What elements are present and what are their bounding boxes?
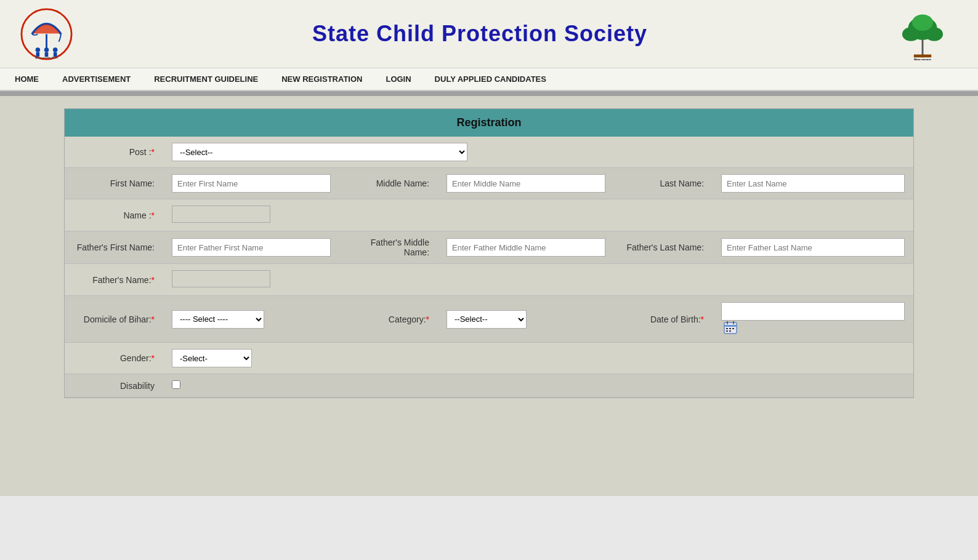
disability-row: Disability [65,374,913,398]
svg-point-13 [912,14,933,30]
name-row: Name :* [65,199,913,231]
category-select[interactable]: --Select-- [447,310,527,329]
svg-point-4 [44,47,49,52]
svg-rect-23 [732,328,734,329]
logo-right: बिहार सरकार समाज कल्याण विभाग [886,6,960,62]
nav-login[interactable]: LOGIN [383,73,413,85]
site-title: State Child Protection Society [74,21,886,47]
middle-name-input[interactable] [447,174,605,193]
father-last-name-cell [713,231,913,264]
domicile-label: Domicile of Bihar:* [65,296,163,343]
father-last-name-label: Father's Last Name: [614,231,713,264]
post-label: Post :* [65,137,163,168]
nav-advertisement[interactable]: ADVERTISEMENT [60,73,133,85]
logo-right-image: बिहार सरकार समाज कल्याण विभाग [889,8,956,60]
name-display-cell [163,199,913,231]
dob-input[interactable] [721,302,905,321]
page-header: समाज कल्याण विभाग State Child Protection… [0,0,978,68]
name-display-field [172,206,270,223]
disability-cell [163,374,913,398]
first-name-label: First Name: [65,168,163,199]
dob-cell [713,296,913,343]
father-name-row: Father's Name:* [65,264,913,296]
logo-left: समाज कल्याण विभाग [18,6,74,62]
name-label: Name :* [65,199,163,231]
gender-cell: -Select- [163,343,913,374]
nav-home[interactable]: HOME [12,73,41,85]
name-required-star: * [152,210,155,220]
name-parts-row: First Name: Middle Name: Last Name: [65,168,913,199]
form-header: Registration [65,109,913,137]
last-name-cell [713,168,913,199]
first-name-cell [163,168,339,199]
nav-duly-applied[interactable]: DULY APPLIED CANDIDATES [432,73,549,85]
middle-name-cell [438,168,614,199]
post-required-star: * [152,147,155,157]
svg-rect-21 [726,328,728,329]
father-name-required-star: * [152,275,155,285]
domicile-required-star: * [152,314,155,324]
gender-label: Gender:* [65,343,163,374]
domicile-cell: ---- Select ---- [163,296,339,343]
navigation: HOME ADVERTISEMENT RECRUITMENT GUIDELINE… [0,68,978,91]
calendar-icon[interactable] [724,321,737,336]
father-name-display-cell [163,264,913,296]
father-first-name-input[interactable] [172,238,331,257]
svg-rect-14 [914,54,931,57]
category-label: Category:* [339,296,438,343]
last-name-input[interactable] [721,174,905,193]
svg-point-6 [52,47,57,52]
father-last-name-input[interactable] [721,238,905,257]
form-title: Registration [456,116,521,129]
first-name-input[interactable] [172,174,331,193]
post-row: Post :* --Select-- [65,137,913,168]
svg-rect-25 [729,330,731,332]
svg-rect-18 [724,325,737,327]
category-required-star: * [426,314,429,324]
domicile-category-dob-row: Domicile of Bihar:* ---- Select ---- Cat… [65,296,913,343]
father-name-display-field [172,270,270,287]
domicile-select[interactable]: ---- Select ---- [172,310,264,329]
post-cell: --Select-- [163,137,913,168]
gender-select[interactable]: -Select- [172,349,252,367]
disability-checkbox[interactable] [172,380,180,389]
svg-text:समाज कल्याण विभाग: समाज कल्याण विभाग [34,56,58,60]
disability-label: Disability [65,374,163,398]
svg-rect-24 [726,330,728,332]
father-middle-name-label: Father's Middle Name: [339,231,438,264]
father-middle-name-cell [438,231,614,264]
registration-form: Post :* --Select-- First Name: Middle Na… [65,137,913,398]
header-center: State Child Protection Society [74,21,886,47]
post-select[interactable]: --Select-- [172,143,467,161]
svg-text:बिहार सरकार: बिहार सरकार [913,57,932,60]
registration-panel: Registration Post :* --Select-- First Na… [64,108,914,398]
father-middle-name-input[interactable] [447,238,605,257]
father-name-parts-row: Father's First Name: Father's Middle Nam… [65,231,913,264]
last-name-label: Last Name: [614,168,713,199]
middle-name-label: Middle Name: [339,168,438,199]
main-content: Registration Post :* --Select-- First Na… [0,96,978,496]
father-first-name-label: Father's First Name: [65,231,163,264]
logo-left-image: समाज कल्याण विभाग [20,8,73,60]
father-first-name-cell [163,231,339,264]
dob-required-star: * [701,314,704,324]
divider [0,91,978,96]
svg-point-2 [35,47,40,52]
gender-required-star: * [152,353,155,363]
nav-new-registration[interactable]: NEW REGISTRATION [279,73,365,85]
father-name-label: Father's Name:* [65,264,163,296]
dob-label: Date of Birth:* [614,296,713,343]
gender-row: Gender:* -Select- [65,343,913,374]
nav-recruitment-guideline[interactable]: RECRUITMENT GUIDELINE [152,73,261,85]
category-cell: --Select-- [438,296,614,343]
svg-rect-22 [729,328,731,329]
